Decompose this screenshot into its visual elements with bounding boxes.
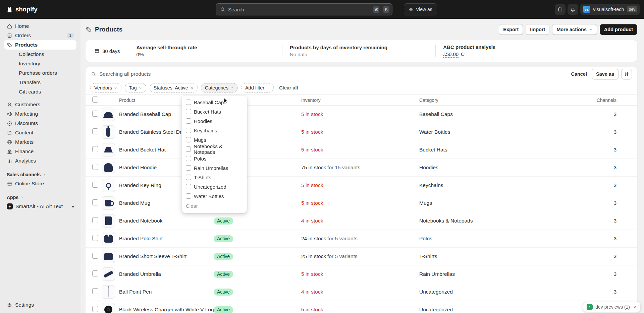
product-search-text[interactable]: Searching all products <box>99 71 566 77</box>
sidebar-item-collections[interactable]: Collections <box>4 50 76 59</box>
checkbox[interactable] <box>186 128 191 133</box>
category-option-uncategorized[interactable]: Uncategorized <box>182 182 247 191</box>
table-row[interactable]: Branded NotebookActive4 in stockNotebook… <box>86 212 637 230</box>
sidebar-item-gift-cards[interactable]: Gift cards <box>4 87 76 97</box>
table-row[interactable]: Branded Key RingActive5 in stockKeychain… <box>86 177 637 194</box>
checkbox[interactable] <box>186 137 191 142</box>
sidebar-item-settings[interactable]: Settings <box>4 300 76 310</box>
row-checkbox[interactable] <box>92 253 98 259</box>
row-checkbox[interactable] <box>92 111 98 117</box>
category-option-hoodies[interactable]: Hoodies <box>182 116 247 126</box>
table-row[interactable]: Branded MugActive5 in stockMugs3 <box>86 194 637 212</box>
main-content: Products Export Import More actions Add … <box>80 19 644 313</box>
save-as-button[interactable]: Save as <box>592 69 619 79</box>
view-as-button[interactable]: View as <box>404 3 437 15</box>
sidebar-item-orders[interactable]: Orders1 <box>4 31 76 40</box>
category-option-water-bottles[interactable]: Water Bottles <box>182 191 247 201</box>
apps-header[interactable]: Apps <box>0 193 80 202</box>
channels-cell: 3 <box>577 182 631 188</box>
notifications-button[interactable] <box>568 4 578 15</box>
sidebar-item-marketing[interactable]: Marketing <box>4 109 76 119</box>
more-actions-button[interactable]: More actions <box>552 24 597 35</box>
row-checkbox[interactable] <box>92 182 98 188</box>
sidebar-item-customers[interactable]: Customers <box>4 100 76 109</box>
column-header-channels[interactable]: Channels <box>577 98 631 103</box>
row-checkbox[interactable] <box>92 199 98 205</box>
chevron-right-icon <box>588 305 592 309</box>
import-button[interactable]: Import <box>526 24 549 35</box>
row-checkbox[interactable] <box>92 217 98 223</box>
sidebar-item-home[interactable]: Home <box>4 21 76 31</box>
table-row[interactable]: Branded Bucket HatActive5 in stockBucket… <box>86 141 637 159</box>
add-filter-button[interactable]: Add filter <box>241 83 274 92</box>
category-option-t-shirts[interactable]: T-Shirts <box>182 173 247 182</box>
dev-previews-toast[interactable]: dev previews (1) <box>583 302 641 312</box>
inventory-cell: 4 in stock <box>301 289 419 295</box>
cancel-button[interactable]: Cancel <box>569 69 589 79</box>
add-product-button[interactable]: Add product <box>600 24 637 35</box>
checkbox[interactable] <box>186 175 191 180</box>
select-all-checkbox[interactable] <box>92 97 98 103</box>
sidebar-item-finance[interactable]: Finance <box>4 147 76 156</box>
table-row[interactable]: Ball Point PenActive4 in stockUncategori… <box>86 283 637 301</box>
checkbox[interactable] <box>186 184 191 189</box>
clear-all-button[interactable]: Clear all <box>277 82 300 93</box>
category-option-rain-umbrellas[interactable]: Rain Umbrellas <box>182 163 247 173</box>
sidebar-item-online-store[interactable]: Online Store <box>4 179 76 188</box>
sidebar-item-inventory[interactable]: Inventory <box>4 59 76 68</box>
sidebar-item-transfers[interactable]: Transfers <box>4 78 76 87</box>
sidebar-item-purchase-orders[interactable]: Purchase orders <box>4 68 76 78</box>
category-option-mugs[interactable]: Mugs <box>182 135 247 144</box>
inventory-cell: 5 in stock <box>301 147 419 153</box>
checkbox[interactable] <box>186 165 191 171</box>
checkbox[interactable] <box>186 193 191 199</box>
calendar-button[interactable] <box>555 4 566 15</box>
table-row[interactable]: Branded Stainless Steel Drinks BottleAct… <box>86 123 637 141</box>
category-option-notebooks-notepads[interactable]: Notebooks & Notepads <box>182 144 247 154</box>
sidebar-item-smartalt-ai-alt-text[interactable]: ✦SmartAlt - AI Alt Text <box>4 202 76 211</box>
checkbox[interactable] <box>186 146 191 152</box>
category-option-keychains[interactable]: Keychains <box>182 126 247 135</box>
sales-channels-header[interactable]: Sales channels <box>0 170 80 179</box>
row-checkbox[interactable] <box>92 235 98 241</box>
date-range-button[interactable]: 30 days <box>86 40 129 62</box>
table-row[interactable]: Branded UmbrellaActive5 in stockRain Umb… <box>86 265 637 283</box>
filter-chip-vendors[interactable]: Vendors <box>90 83 121 92</box>
variant-count: for 5 variants <box>327 236 358 241</box>
row-checkbox[interactable] <box>92 146 98 152</box>
table-row[interactable]: Branded HoodieActive75 in stockfor 15 va… <box>86 159 637 177</box>
checkbox[interactable] <box>186 109 191 114</box>
category-option-baseball-caps[interactable]: Baseball Caps <box>182 98 247 107</box>
filter-chip-categories[interactable]: Categories <box>201 83 238 92</box>
close-icon[interactable] <box>633 305 637 309</box>
filter-chip-tag[interactable]: Tag <box>125 83 146 92</box>
row-checkbox[interactable] <box>92 128 98 134</box>
filter-chip-statuses-active[interactable]: Statuses: Active <box>150 83 198 92</box>
clear-categories-button[interactable]: Clear <box>182 201 247 211</box>
sort-button[interactable] <box>621 69 632 79</box>
row-checkbox[interactable] <box>92 306 98 312</box>
checkbox[interactable] <box>186 156 191 161</box>
shopify-logo[interactable]: shopify <box>0 6 37 13</box>
sidebar-item-discounts[interactable]: Discounts <box>4 119 76 128</box>
sidebar-item-markets[interactable]: Markets <box>4 137 76 147</box>
row-checkbox[interactable] <box>92 288 98 294</box>
table-row[interactable]: Black Wireless Charger with White V Logo… <box>86 301 637 313</box>
global-search-input[interactable]: Search ⌘ K <box>216 3 392 15</box>
sidebar-item-products[interactable]: Products <box>4 40 76 50</box>
user-menu[interactable]: vs visualsoft-tech dev <box>580 4 640 15</box>
table-row[interactable]: Branded Polo ShirtActive24 in stockfor 5… <box>86 230 637 248</box>
export-button[interactable]: Export <box>499 24 523 35</box>
table-row[interactable]: Branded Baseball CapActive5 in stockBase… <box>86 106 637 123</box>
checkbox[interactable] <box>186 100 191 105</box>
row-checkbox[interactable] <box>92 270 98 276</box>
category-option-bucket-hats[interactable]: Bucket Hats <box>182 107 247 116</box>
category-option-polos[interactable]: Polos <box>182 154 247 163</box>
checkbox[interactable] <box>186 118 191 124</box>
column-header-inventory[interactable]: Inventory <box>301 98 419 103</box>
sidebar-item-content[interactable]: Content <box>4 128 76 137</box>
table-row[interactable]: Branded Short Sleeve T-ShirtActive25 in … <box>86 248 637 265</box>
row-checkbox[interactable] <box>92 164 98 170</box>
column-header-category[interactable]: Category <box>419 98 577 103</box>
sidebar-item-analytics[interactable]: Analytics <box>4 156 76 166</box>
